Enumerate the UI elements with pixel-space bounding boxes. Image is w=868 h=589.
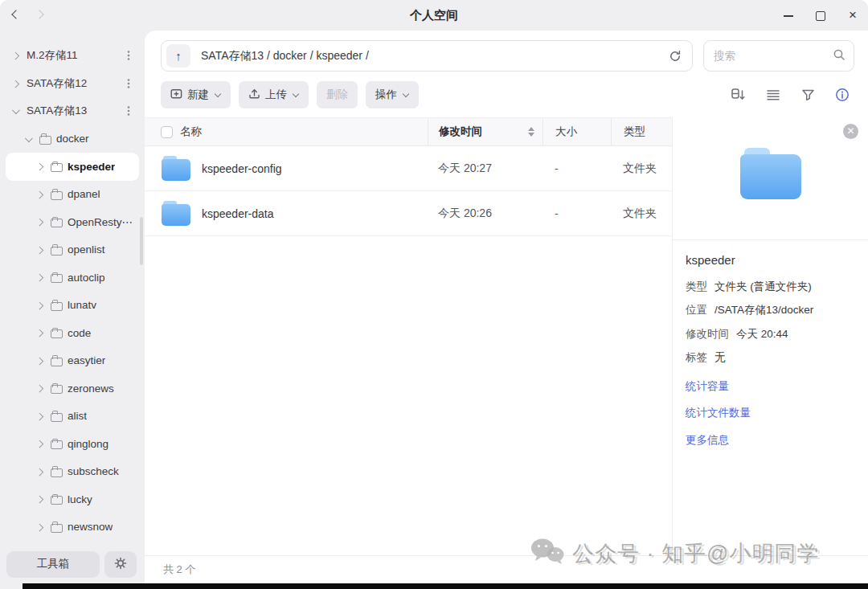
new-folder-icon [170,88,182,102]
details-field-modified: 修改时间 今天 20:44 [686,322,855,346]
sidebar-scrollbar[interactable] [140,217,143,265]
filter-icon[interactable] [800,87,816,103]
up-directory-button[interactable]: ↑ [166,44,190,67]
table-row[interactable]: kspeeder-data 今天 20:26 - 文件夹 [145,191,672,236]
chevron-right-icon[interactable] [35,466,47,477]
chevron-right-icon[interactable] [35,355,47,366]
folder-outline-icon [51,493,64,505]
field-value: 无 [714,350,726,365]
column-header-modified[interactable]: 修改时间 [439,125,482,139]
chevron-down-icon[interactable] [24,133,36,145]
sidebar-item-docker[interactable]: docker [0,125,145,153]
sidebar-item-sata-storage13[interactable]: SATA存储13 [0,97,145,125]
chevron-right-icon[interactable] [35,244,47,256]
chevron-right-icon[interactable] [35,300,47,311]
link-calc-size[interactable]: 统计容量 [686,373,855,400]
chevron-right-icon[interactable] [35,161,47,172]
sidebar-item-zeronews[interactable]: zeronews [0,374,145,403]
refresh-icon[interactable] [666,47,684,65]
chevron-right-icon[interactable] [35,493,47,505]
search-input[interactable] [714,50,833,62]
folder-outline-icon [51,216,64,227]
more-menu-icon[interactable] [122,104,135,117]
chevron-right-icon[interactable] [35,272,47,283]
maximize-button[interactable] [815,10,826,21]
sidebar-item-lucky[interactable]: lucky [0,485,145,513]
search-icon[interactable] [833,48,845,64]
column-header-size[interactable]: 大小 [555,125,577,139]
sidebar-item-openlist[interactable]: openlist [0,236,145,264]
sidebar-item-label: newsnow [68,521,113,533]
folder-outline-icon [39,133,53,145]
folder-outline-icon [51,522,64,533]
sort-icon[interactable] [731,87,747,103]
settings-button[interactable] [104,551,137,578]
folder-preview-icon [740,148,801,199]
details-field-type: 类型 文件夹 (普通文件夹) [686,275,855,299]
column-header-name[interactable]: 名称 [180,125,202,139]
link-more-info[interactable]: 更多信息 [686,427,855,454]
chevron-right-icon[interactable] [35,189,47,200]
more-menu-icon[interactable] [122,49,135,62]
path-bar[interactable]: ↑ SATA存储13 / docker / kspeeder / [161,40,693,72]
sidebar-item-alist[interactable]: alist [0,403,145,431]
folder-outline-icon [51,161,64,172]
status-bar: 共 2 个 [145,555,868,583]
select-all-checkbox[interactable] [161,126,173,138]
file-modified: 今天 20:27 [428,162,542,176]
window-title: 个人空间 [0,8,868,23]
info-icon[interactable] [834,87,850,103]
new-button[interactable]: 新建 [161,81,231,108]
file-list: 名称 修改时间 大小 类型 kspeeder-config 今天 2 [145,117,672,555]
file-modified: 今天 20:26 [428,207,542,221]
close-icon[interactable]: ✕ [843,124,858,139]
upload-button[interactable]: 上传 [239,81,309,108]
delete-button-label: 删除 [326,88,348,102]
sidebar-item-openresty[interactable]: OpenResty⋯ [0,208,145,236]
chevron-right-icon[interactable] [35,522,47,533]
link-count-files[interactable]: 统计文件数量 [686,400,855,427]
sidebar-item-newsnow[interactable]: newsnow [0,513,145,542]
list-view-icon[interactable] [765,87,781,103]
column-header-type[interactable]: 类型 [624,125,645,139]
sidebar-item-autoclip[interactable]: autoclip [0,264,145,292]
chevron-right-icon[interactable] [35,382,47,394]
chevron-right-icon[interactable] [35,216,47,227]
sidebar-item-subscheck[interactable]: subscheck [0,458,145,486]
search-box[interactable] [703,40,854,72]
field-value: 今天 20:44 [736,327,788,342]
field-label: 修改时间 [686,327,729,342]
sidebar-item-code[interactable]: code [0,319,145,347]
breadcrumb[interactable]: SATA存储13 / docker / kspeeder / [201,49,666,63]
sidebar-item-sata-storage12[interactable]: SATA存储12 [0,70,145,98]
close-button[interactable]: × [847,10,858,21]
toolbox-button[interactable]: 工具箱 [6,551,100,578]
sidebar-item-label: lunatv [68,299,96,311]
chevron-down-icon[interactable] [11,105,23,117]
chevron-right-icon[interactable] [11,78,23,89]
table-row[interactable]: kspeeder-config 今天 20:27 - 文件夹 [145,146,672,191]
more-menu-icon[interactable] [122,77,135,90]
sidebar-item-label: M.2存储11 [27,48,78,63]
sidebar-item-dpanel[interactable]: dpanel [0,181,145,209]
folder-outline-icon [51,244,64,256]
folder-outline-icon [51,438,64,449]
upload-icon [248,88,260,102]
actions-button[interactable]: 操作 [366,81,419,108]
minimize-button[interactable] [783,10,794,21]
sidebar-item-label: dpanel [68,188,100,200]
chevron-right-icon[interactable] [35,411,47,422]
chevron-down-icon [214,92,221,99]
sidebar-item-m2-storage11[interactable]: M.2存储11 [0,42,145,70]
details-field-tags: 标签 无 [686,346,855,370]
chevron-right-icon[interactable] [35,438,47,449]
sidebar-item-lunatv[interactable]: lunatv [0,292,145,320]
delete-button[interactable]: 删除 [317,81,358,108]
chevron-right-icon[interactable] [11,50,23,61]
sidebar-item-qinglong[interactable]: qinglong [0,430,145,458]
chevron-right-icon[interactable] [35,327,47,338]
sidebar-item-label: alist [68,410,87,422]
sort-arrows-icon[interactable] [528,127,534,137]
sidebar-item-kspeeder[interactable]: kspeeder [6,153,139,181]
sidebar-item-easytier[interactable]: easytier [0,347,145,375]
